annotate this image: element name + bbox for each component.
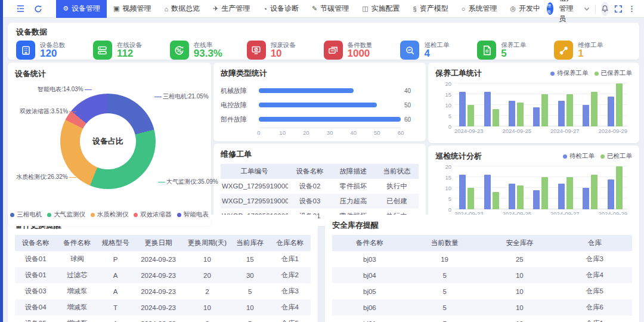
pie-legend-item-1[interactable]: 大气监测仪 bbox=[47, 210, 85, 219]
table-cell: 设备03 bbox=[15, 283, 56, 299]
bar-group-1 bbox=[479, 166, 503, 209]
x-tick: 0 bbox=[257, 129, 260, 136]
column-header: 故障描述 bbox=[332, 164, 375, 179]
bar bbox=[467, 105, 474, 126]
nav-tab-8[interactable]: ○系统管理 bbox=[455, 0, 504, 18]
bar-group-2 bbox=[504, 83, 528, 126]
nav-tab-label: 视频管理 bbox=[122, 4, 151, 14]
bell-icon[interactable] bbox=[601, 2, 609, 16]
table-cell: WXGD_17295919000 bbox=[221, 179, 288, 194]
pie-title: 设备统计 bbox=[15, 69, 204, 79]
stat-value: 4 bbox=[424, 48, 449, 60]
dev-icon: ◎ bbox=[510, 5, 516, 13]
collapse-menu-icon[interactable] bbox=[16, 4, 25, 13]
table-cell: 增减泵 bbox=[56, 299, 97, 315]
legend-label: 智能电表 bbox=[184, 210, 209, 219]
safety-stock-table: 备件名称当前数量安全库存仓库bj031925仓库3bj04510仓库4bj055… bbox=[332, 235, 632, 322]
legend-item-1[interactable]: 已保养工单 bbox=[595, 69, 633, 78]
gear-icon: ⚙ bbox=[63, 5, 69, 13]
right-column: 保养工单统计 待保养工单已保养工单 051015202024-09-232024… bbox=[428, 63, 639, 226]
bar bbox=[558, 101, 565, 126]
legend-item-0[interactable]: 待保养工单 bbox=[550, 69, 589, 78]
table-cell: 5 bbox=[407, 283, 482, 299]
stat-text: 维修工单1 bbox=[578, 41, 603, 60]
table-row: 设备05增减泵A2024-09-2325仓库5 bbox=[15, 315, 311, 322]
maintenance-bar-chart: 051015202024-09-232024-09-252024-09-2720… bbox=[435, 83, 632, 134]
parts-replace-card: 备件更换提醒 设备名称备件名称规格型号更换日期更换周期(天)当前库存仓库名称设备… bbox=[8, 215, 318, 322]
nav-tab-9[interactable]: ◎开发中 bbox=[503, 0, 547, 18]
legend-label: 已保养工单 bbox=[601, 69, 633, 78]
repair-orders-card: 维修工单 工单编号设备名称故障描述当前状态WXGD_17295919000设备0… bbox=[213, 144, 426, 227]
table-cell: 仓库1 bbox=[557, 315, 632, 322]
inspection-chart-title: 巡检统计分析 bbox=[435, 151, 482, 162]
column-header: 安全库存 bbox=[482, 235, 558, 251]
pie-legend-item-4[interactable]: 智能电表 bbox=[177, 210, 209, 219]
fullscreen-icon[interactable] bbox=[614, 5, 623, 13]
y-tick-label: 5 bbox=[448, 196, 451, 202]
bar bbox=[566, 177, 573, 209]
legend-label: 待检工单 bbox=[569, 152, 595, 160]
bar-plot: 05101520 bbox=[454, 166, 627, 209]
nav-tab-2[interactable]: ⌂数据总览 bbox=[157, 0, 206, 18]
pie-legend: 三相电机大气监测仪水质检测仪双效浓缩器智能电表 bbox=[8, 210, 211, 219]
hbar-label: 部件故障 bbox=[221, 115, 259, 124]
legend-item-1[interactable]: 已检工单 bbox=[600, 152, 632, 160]
table-cell: bj06 bbox=[332, 299, 407, 315]
chevron-down-icon[interactable] bbox=[584, 6, 590, 12]
table-cell: 仓库4 bbox=[270, 299, 311, 315]
table-cell: 7 bbox=[407, 315, 482, 322]
hbar bbox=[259, 117, 401, 122]
bar bbox=[484, 92, 491, 126]
hbar-row-0: 机械故障40 bbox=[221, 83, 419, 98]
table-cell: A bbox=[98, 283, 134, 299]
nav-tab-4[interactable]: ◔设备诊断 bbox=[256, 0, 305, 18]
nav-tab-7[interactable]: §资产模型 bbox=[407, 0, 455, 18]
bar bbox=[566, 94, 573, 126]
nav-tab-3[interactable]: ✈生产管理 bbox=[206, 0, 256, 18]
percent-cycle-icon bbox=[170, 41, 189, 60]
nav-tab-1[interactable]: ▣视频管理 bbox=[107, 0, 157, 18]
repair-tools-icon bbox=[554, 41, 573, 60]
column-header: 设备名称 bbox=[288, 164, 332, 179]
nav-tab-label: 生产管理 bbox=[221, 4, 250, 14]
inspection-chart-card: 巡检统计分析 待检工单已检工单 051015202024-09-232024-0… bbox=[428, 145, 639, 226]
topbar: ⚙设备管理▣视频管理⌂数据总览✈生产管理◔设备诊断✎节碳管理◫实施配置§资产模型… bbox=[3, 0, 644, 18]
stat-label: 设备总数 bbox=[40, 41, 65, 48]
device-data-card: 设备数据 设备总数120在线设备112在线率93.3%报废设备10备件数量100… bbox=[8, 23, 639, 60]
spare-parts-icon bbox=[324, 41, 343, 60]
nav-tab-0[interactable]: ⚙设备管理 bbox=[56, 0, 107, 18]
bar bbox=[591, 92, 597, 126]
maintain-doc-icon bbox=[477, 41, 496, 60]
maintenance-legend: 待保养工单已保养工单 bbox=[550, 69, 632, 78]
pie-label-3: 双效浓缩器:3.51% bbox=[20, 107, 78, 116]
nav-tab-5[interactable]: ✎节碳管理 bbox=[305, 0, 355, 18]
legend-label: 已检工单 bbox=[607, 152, 632, 160]
table-cell: 设备04 bbox=[15, 299, 56, 315]
pie-legend-item-2[interactable]: 水质检测仪 bbox=[91, 210, 129, 219]
table-cell: T bbox=[98, 299, 134, 315]
table-cell: 5 bbox=[407, 267, 482, 283]
more-menu-icon[interactable]: ⋮ bbox=[628, 4, 636, 13]
table-cell: bj04 bbox=[332, 267, 407, 283]
table-cell: 过滤芯 bbox=[56, 267, 97, 283]
stat-value: 5 bbox=[501, 48, 526, 60]
nav-tab-6[interactable]: ◫实施配置 bbox=[355, 0, 406, 18]
legend-item-0[interactable]: 待检工单 bbox=[563, 152, 595, 160]
user-name: 租户管理员 bbox=[559, 0, 578, 24]
refresh-icon[interactable] bbox=[34, 5, 42, 13]
hbar-value: 60 bbox=[404, 116, 411, 123]
avatar[interactable]: 理员 bbox=[547, 2, 553, 15]
x-tick-label: 2024-09-23 bbox=[454, 128, 484, 134]
stat-value: 10 bbox=[271, 48, 296, 60]
pie-legend-item-0[interactable]: 三相电机 bbox=[10, 210, 42, 219]
hbar-track bbox=[259, 103, 401, 107]
bar-group-3 bbox=[528, 166, 553, 209]
bar bbox=[608, 179, 614, 209]
table-cell: 2024-09-23 bbox=[133, 283, 183, 299]
topbar-right: 理员 租户管理员 ⋮ bbox=[547, 0, 644, 24]
hbar-label: 机械故障 bbox=[221, 86, 259, 95]
stats-title: 设备数据 bbox=[16, 27, 631, 38]
hbar-track bbox=[259, 88, 401, 93]
table-cell: 25 bbox=[482, 251, 558, 267]
pie-legend-item-3[interactable]: 双效浓缩器 bbox=[134, 210, 172, 219]
